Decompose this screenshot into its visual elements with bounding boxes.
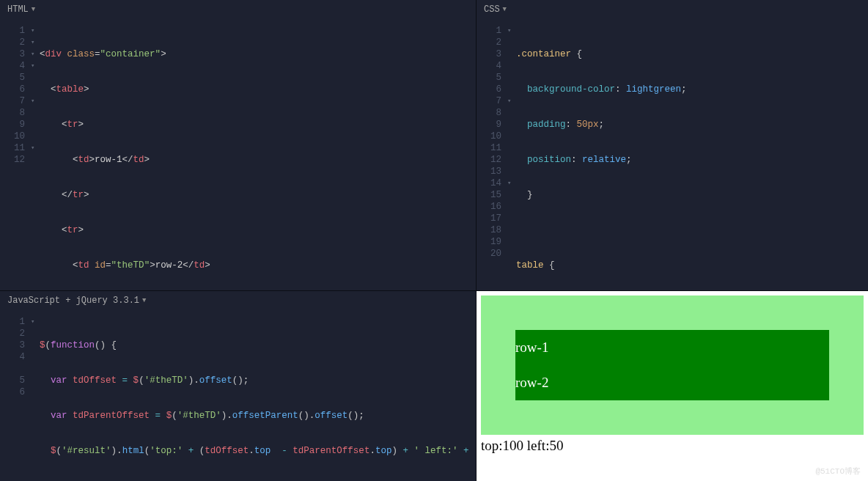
- table-row: row-2: [515, 365, 829, 400]
- css-code-lines[interactable]: .container { background-color: lightgree…: [516, 25, 868, 290]
- html-gutter: 123456789101112: [0, 25, 31, 290]
- html-pane-title: HTML: [7, 4, 29, 15]
- js-pane: JavaScript + jQuery 3.3.1 ▼ 123456 ▾ $(f…: [0, 291, 477, 481]
- html-code-lines[interactable]: <div class="container"> <table> <tr> <td…: [40, 25, 476, 290]
- js-code-area[interactable]: 123456 ▾ $(function() { var tdOffset = $…: [0, 312, 476, 481]
- preview-table: row-1 row-2: [515, 330, 829, 400]
- js-pane-title: JavaScript + jQuery 3.3.1: [7, 295, 139, 306]
- css-code-area[interactable]: 1234567891011121314151617181920 ▾▾▾ .con…: [477, 21, 868, 290]
- js-fold-col: ▾: [31, 316, 40, 481]
- watermark: @51CTO博客: [815, 466, 861, 477]
- preview-wrapper: row-1 row-2 top:100 left:50: [477, 291, 868, 481]
- css-gutter: 1234567891011121314151617181920: [477, 25, 507, 290]
- chevron-down-icon: ▼: [503, 6, 507, 13]
- js-pane-header[interactable]: JavaScript + jQuery 3.3.1 ▼: [0, 291, 476, 312]
- preview-container: row-1 row-2: [481, 295, 864, 435]
- chevron-down-icon: ▼: [142, 297, 146, 304]
- preview-result: top:100 left:50: [481, 438, 864, 454]
- html-fold-col: ▾▾▾▾▾▾: [31, 25, 40, 290]
- chevron-down-icon: ▼: [32, 6, 35, 13]
- table-cell-row2: row-2: [515, 365, 829, 400]
- output-pane: row-1 row-2 top:100 left:50 @51CTO博客: [477, 291, 868, 481]
- html-pane: HTML ▼ 123456789101112 ▾▾▾▾▾▾ <div class…: [0, 0, 477, 291]
- js-code-lines[interactable]: $(function() { var tdOffset = $('#theTD'…: [40, 316, 476, 481]
- table-row: row-1: [515, 330, 829, 365]
- css-pane: CSS ▼ 1234567891011121314151617181920 ▾▾…: [477, 0, 868, 291]
- js-gutter: 123456: [0, 316, 31, 481]
- css-pane-header[interactable]: CSS ▼: [477, 0, 868, 21]
- html-pane-header[interactable]: HTML ▼: [0, 0, 476, 21]
- table-cell-row1: row-1: [515, 330, 829, 365]
- css-pane-title: CSS: [484, 4, 500, 15]
- css-fold-col: ▾▾▾: [507, 25, 516, 290]
- html-code-area[interactable]: 123456789101112 ▾▾▾▾▾▾ <div class="conta…: [0, 21, 476, 290]
